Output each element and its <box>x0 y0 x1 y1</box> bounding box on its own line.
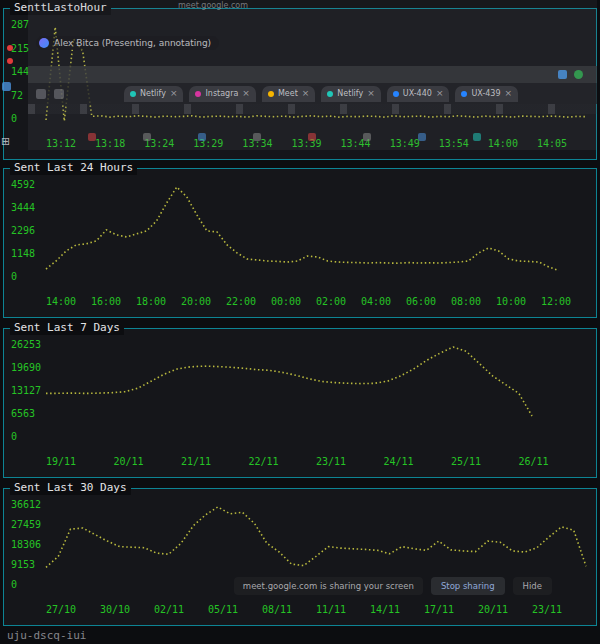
y-axis-labels: 45923444229611480 <box>11 169 45 317</box>
line-chart <box>46 185 586 281</box>
x-axis-labels: 19/1120/1121/1122/1123/1124/1125/1126/11 <box>46 456 586 468</box>
panel-title: Sent Last 24 Hours <box>10 161 137 175</box>
panel-title: SenttLastoHour <box>10 1 111 15</box>
line-chart <box>46 345 586 441</box>
share-banner-text: meet.google.com is sharing your screen <box>234 577 423 595</box>
recording-dot-icon <box>7 45 13 51</box>
x-axis-labels: 13:1213:1813:2413:2913:3413:3913:4413:49… <box>46 138 586 150</box>
panel-sent-last-7-days: Sent Last 7 Days 26253196901312765630 19… <box>3 328 597 478</box>
panel-title: Sent Last 7 Days <box>10 321 124 335</box>
screen-share-banner: meet.google.com is sharing your screen S… <box>234 577 552 595</box>
y-axis-labels: 26253196901312765630 <box>11 329 45 477</box>
stop-sharing-button[interactable]: Stop sharing <box>431 577 505 595</box>
terminal-dashboard: SenttLastoHour 287215144720 13:1213:1813… <box>0 0 600 644</box>
panel-sent-last-24-hours: Sent Last 24 Hours 45923444229611480 14:… <box>3 168 597 318</box>
y-axis-labels: 287215144720 <box>11 9 45 159</box>
x-axis-labels: 14:0016:0018:0020:0022:0000:0002:0004:00… <box>46 296 586 308</box>
hide-button[interactable]: Hide <box>513 577 552 595</box>
sidebar-app-icon[interactable] <box>2 82 11 91</box>
plot-area <box>46 185 586 281</box>
plot-area <box>46 25 586 123</box>
line-chart <box>46 25 586 123</box>
meeting-code: uju-dscq-iui <box>7 629 86 642</box>
recording-dot-icon <box>7 58 13 64</box>
y-axis-labels: 36612274591830691530 <box>11 489 45 625</box>
plot-area <box>46 345 586 441</box>
panel-sent-last-hour: SenttLastoHour 287215144720 13:1213:1813… <box>3 8 597 160</box>
panel-sent-last-30-days: Sent Last 30 Days 36612274591830691530 2… <box>3 488 597 626</box>
panel-title: Sent Last 30 Days <box>10 481 131 495</box>
x-axis-labels: 27/1030/1002/1105/1108/1111/1114/1117/11… <box>46 604 586 616</box>
grid-icon[interactable]: ⊞ <box>1 135 10 148</box>
